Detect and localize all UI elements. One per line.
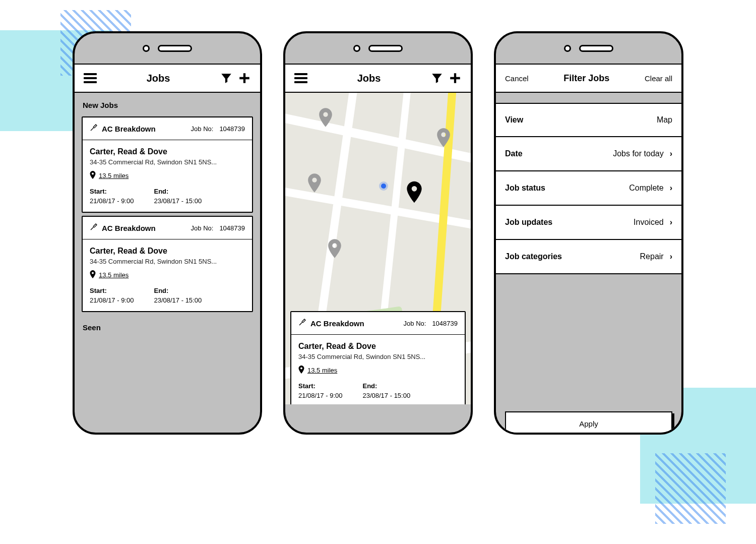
filter-value: Invoiced <box>634 218 664 227</box>
filter-label: Job updates <box>505 218 634 227</box>
end-time: 23/08/17 - 15:00 <box>362 392 410 399</box>
pin-icon <box>90 270 96 280</box>
map-pin[interactable] <box>319 108 333 127</box>
job-card[interactable]: AC Breakdown Job No: 1048739 Carter, Rea… <box>290 311 466 404</box>
pin-icon <box>298 366 304 375</box>
clear-all-button[interactable]: Clear all <box>645 74 672 83</box>
end-label: End: <box>154 188 202 195</box>
apply-button[interactable]: Apply <box>505 411 672 435</box>
distance[interactable]: 13.5 miles <box>99 172 129 179</box>
bg-decor <box>655 453 726 524</box>
page-title: Jobs <box>102 73 215 84</box>
map-pin[interactable] <box>328 239 342 258</box>
add-icon[interactable] <box>238 72 251 85</box>
wrench-icon <box>90 124 98 134</box>
add-icon[interactable] <box>449 72 462 85</box>
map-pin[interactable] <box>307 173 322 193</box>
phone-jobs-list: Jobs New Jobs AC Breakdown Job No: 10487… <box>73 31 262 435</box>
job-type: AC Breakdown <box>102 125 156 133</box>
chevron-right-icon: › <box>670 184 672 193</box>
filter-label: Job categories <box>505 252 640 261</box>
wrench-icon <box>298 318 306 328</box>
end-time: 23/08/17 - 15:00 <box>154 296 202 304</box>
map-pin-selected[interactable] <box>406 181 422 203</box>
filter-row-updates[interactable]: Job updates Invoiced › <box>496 206 681 240</box>
device-notch <box>496 33 681 64</box>
job-no-label: Job No: <box>404 320 426 327</box>
client-name: Carter, Read & Dove <box>90 247 245 256</box>
cancel-button[interactable]: Cancel <box>505 74 529 83</box>
address: 34-35 Commercial Rd, Swindon SN1 5NS... <box>90 258 245 265</box>
filter-label: Job status <box>505 184 629 193</box>
device-notch <box>75 33 260 64</box>
current-location-dot <box>381 184 386 189</box>
client-name: Carter, Read & Dove <box>90 147 245 156</box>
pin-icon <box>90 171 96 180</box>
job-type: AC Breakdown <box>102 224 156 232</box>
filter-label: View <box>505 115 657 125</box>
menu-icon[interactable] <box>84 71 97 85</box>
map-pin[interactable] <box>436 128 451 147</box>
app-bar: Jobs <box>285 64 471 93</box>
start-time: 21/08/17 - 9:00 <box>298 392 342 399</box>
job-no-label: Job No: <box>191 224 214 232</box>
distance[interactable]: 13.5 miles <box>307 367 337 374</box>
start-label: Start: <box>90 188 134 195</box>
address: 34-35 Commercial Rd, Swindon SN1 5NS... <box>298 353 458 360</box>
job-card[interactable]: AC Breakdown Job No: 1048739 Carter, Rea… <box>82 216 253 312</box>
menu-icon[interactable] <box>294 71 307 85</box>
start-label: Start: <box>298 382 342 390</box>
speaker-icon <box>579 45 613 52</box>
map-view[interactable]: AC Breakdown Job No: 1048739 Carter, Rea… <box>285 93 471 404</box>
start-label: Start: <box>90 287 134 294</box>
filter-value: Repair <box>640 252 664 261</box>
filter-value: Complete <box>629 184 663 193</box>
filter-row-view[interactable]: View Map <box>496 103 681 137</box>
start-time: 21/08/17 - 9:00 <box>90 296 134 304</box>
filter-row-status[interactable]: Job status Complete › <box>496 171 681 206</box>
phone-jobs-map: Jobs AC Breakd <box>283 31 473 435</box>
job-no: 1048739 <box>219 224 245 232</box>
filter-value: Map <box>657 115 672 125</box>
filter-label: Date <box>505 149 613 158</box>
filter-value: Jobs for today <box>613 149 664 158</box>
client-name: Carter, Read & Dove <box>298 342 458 351</box>
distance[interactable]: 13.5 miles <box>99 271 129 279</box>
page-title: Filter Jobs <box>529 73 645 84</box>
section-new-jobs: New Jobs <box>75 93 260 113</box>
end-label: End: <box>154 287 202 294</box>
app-bar: Jobs <box>75 64 260 93</box>
app-bar: Cancel Filter Jobs Clear all <box>496 64 681 93</box>
start-time: 21/08/17 - 9:00 <box>90 197 134 205</box>
job-no-label: Job No: <box>191 125 214 133</box>
section-seen: Seen <box>75 315 260 336</box>
camera-icon <box>353 45 360 52</box>
speaker-icon <box>368 45 403 52</box>
camera-icon <box>564 45 571 52</box>
wrench-icon <box>90 223 98 233</box>
job-no: 1048739 <box>432 320 458 327</box>
filter-row-categories[interactable]: Job categories Repair › <box>496 240 681 274</box>
chevron-right-icon: › <box>670 252 672 261</box>
job-no: 1048739 <box>219 125 245 133</box>
job-card[interactable]: AC Breakdown Job No: 1048739 Carter, Rea… <box>82 116 253 213</box>
chevron-right-icon: › <box>670 218 672 227</box>
end-time: 23/08/17 - 15:00 <box>154 197 202 205</box>
filter-row-date[interactable]: Date Jobs for today › <box>496 137 681 171</box>
filter-icon[interactable] <box>220 72 233 85</box>
device-notch <box>285 33 471 64</box>
speaker-icon <box>158 45 192 52</box>
filter-icon[interactable] <box>430 72 444 85</box>
camera-icon <box>143 45 150 52</box>
address: 34-35 Commercial Rd, Swindon SN1 5NS... <box>90 158 245 166</box>
job-type: AC Breakdown <box>310 319 364 328</box>
chevron-right-icon: › <box>670 149 672 158</box>
page-title: Jobs <box>312 73 425 84</box>
end-label: End: <box>362 382 410 390</box>
phone-filter-jobs: Cancel Filter Jobs Clear all View Map Da… <box>494 31 683 435</box>
filter-list: View Map Date Jobs for today › Job statu… <box>496 103 681 274</box>
